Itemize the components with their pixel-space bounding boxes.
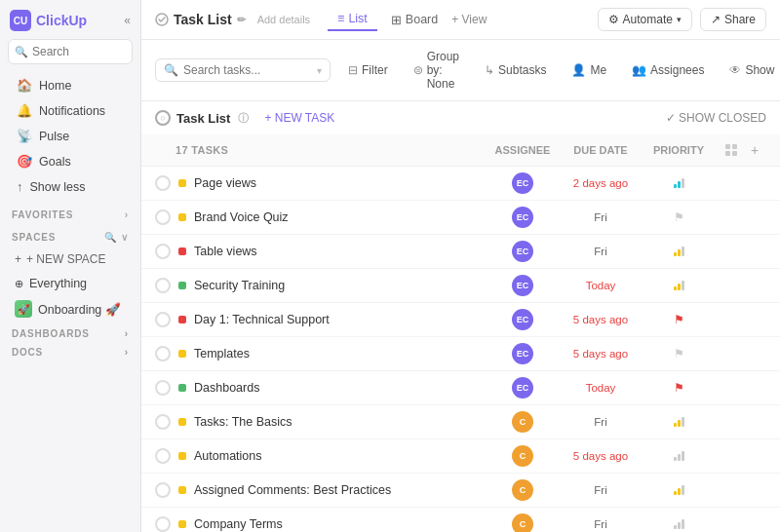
sidebar-item-notifications-label: Notifications (39, 104, 105, 118)
table-row[interactable]: Tasks: The Basics C Fri (141, 405, 780, 439)
board-tab-label: Board (406, 13, 438, 26)
sidebar-item-notifications[interactable]: 🔔 Notifications (5, 98, 136, 123)
task-priority-cell (640, 417, 718, 427)
task-checkbox[interactable] (155, 448, 171, 464)
task-rows-container: Page views EC 2 days ago Brand Voice Qui… (141, 167, 780, 532)
task-count-header: 17 TASKS (176, 144, 484, 156)
edit-title-icon[interactable]: ✏ (237, 14, 246, 26)
add-view-button[interactable]: + View (451, 13, 487, 26)
favorites-expand-icon[interactable]: › (125, 209, 129, 220)
subtasks-button[interactable]: ↳ Subtasks (477, 59, 554, 81)
table-row[interactable]: Company Terms C Fri (141, 508, 780, 532)
table-row[interactable]: Page views EC 2 days ago (141, 167, 780, 201)
task-name[interactable]: Brand Voice Quiz (194, 210, 484, 224)
task-list-info-icon: ⓘ (238, 111, 249, 126)
task-list-status-icon[interactable]: ○ (155, 110, 171, 126)
task-checkbox[interactable] (155, 278, 171, 293)
share-button[interactable]: ↗ Share (700, 8, 766, 31)
add-details-link[interactable]: Add details (257, 14, 310, 25)
board-tab-icon: ⊞ (391, 13, 402, 27)
task-priority-dot (178, 520, 186, 528)
me-icon: 👤 (571, 63, 586, 77)
sidebar-item-onboarding[interactable]: 🚀 Onboarding 🚀 (5, 296, 136, 322)
table-row[interactable]: Day 1: Technical Support EC 5 days ago ⚑ (141, 303, 780, 337)
task-checkbox[interactable] (155, 482, 171, 498)
search-dropdown-icon[interactable]: ▾ (317, 65, 322, 76)
dashboards-section-header[interactable]: DASHBOARDS › (0, 323, 140, 341)
new-task-label: + NEW TASK (264, 111, 334, 125)
task-due-date: Fri (562, 211, 640, 223)
table-row[interactable]: Table views EC Fri (141, 235, 780, 269)
task-name[interactable]: Table views (194, 245, 484, 258)
task-name[interactable]: Security Training (194, 279, 484, 292)
task-checkbox[interactable] (155, 312, 171, 327)
task-priority-dot (178, 282, 186, 289)
task-checkbox[interactable] (155, 244, 171, 259)
sidebar-item-everything[interactable]: ⊕ Everything (5, 273, 136, 294)
pulse-icon: 📡 (17, 129, 32, 143)
new-task-button[interactable]: + NEW TASK (258, 109, 340, 127)
task-list-title-text: Task List (176, 111, 230, 126)
priority-flag-icon: ⚑ (674, 347, 684, 361)
task-name[interactable]: Company Terms (194, 517, 484, 531)
spaces-label: SPACES (12, 232, 56, 243)
task-assignee-cell: C (484, 479, 562, 501)
table-column-headers: 17 TASKS ASSIGNEE DUE DATE PRIORITY + (141, 134, 780, 167)
show-button[interactable]: 👁 Show (722, 59, 780, 81)
task-checkbox[interactable] (155, 209, 171, 225)
avatar: C (512, 411, 533, 433)
sidebar-item-show-less-label: Show less (30, 180, 86, 194)
task-name[interactable]: Day 1: Technical Support (194, 313, 484, 326)
show-closed-button[interactable]: ✓ SHOW CLOSED (666, 111, 766, 125)
automate-button[interactable]: ⚙ Automate ▾ (598, 8, 692, 31)
table-row[interactable]: Brand Voice Quiz EC Fri ⚑ (141, 201, 780, 235)
docs-section-header[interactable]: DOCS › (0, 341, 140, 360)
assignees-button[interactable]: 👥 Assignees (624, 59, 712, 81)
task-name[interactable]: Templates (194, 347, 484, 361)
task-name[interactable]: Automations (194, 449, 484, 463)
task-checkbox[interactable] (155, 346, 171, 361)
task-name[interactable]: Tasks: The Basics (194, 415, 484, 429)
goals-icon: 🎯 (17, 154, 32, 169)
collapse-sidebar-button[interactable]: « (124, 14, 131, 27)
filter-button[interactable]: ⊟ Filter (340, 59, 396, 81)
svg-rect-1 (725, 144, 730, 149)
svg-rect-2 (732, 144, 737, 149)
sidebar-item-pulse[interactable]: 📡 Pulse (5, 124, 136, 148)
me-label: Me (590, 63, 606, 77)
table-row[interactable]: Assigned Comments: Best Practices C Fri (141, 474, 780, 508)
sidebar-item-goals[interactable]: 🎯 Goals (5, 149, 136, 173)
task-checkbox[interactable] (155, 414, 171, 430)
home-icon: 🏠 (17, 78, 32, 93)
show-closed-label: ✓ SHOW CLOSED (666, 111, 766, 125)
table-row[interactable]: Dashboards EC Today ⚑ (141, 371, 780, 405)
task-due-date: Today (562, 382, 640, 394)
tab-board[interactable]: ⊞ Board (381, 9, 448, 31)
sidebar-item-home[interactable]: 🏠 Home (5, 73, 136, 97)
task-search-input[interactable] (183, 63, 312, 77)
search-spaces-icon[interactable]: 🔍 (104, 232, 117, 243)
table-row[interactable]: Security Training EC Today (141, 269, 780, 303)
task-name[interactable]: Page views (194, 176, 484, 190)
search-icon: 🔍 (15, 46, 28, 58)
task-search-container: 🔍 ▾ (155, 58, 331, 82)
sidebar-item-show-less[interactable]: ↑ Show less (5, 174, 136, 199)
group-by-label: Group by: None (427, 50, 459, 91)
sidebar-item-home-label: Home (39, 79, 71, 93)
new-space-button[interactable]: + + NEW SPACE (5, 248, 136, 270)
group-by-button[interactable]: ⊜ Group by: None (406, 46, 467, 95)
task-name[interactable]: Dashboards (194, 381, 484, 395)
task-priority-dot (178, 486, 186, 494)
table-row[interactable]: Automations C 5 days ago (141, 439, 780, 474)
task-name[interactable]: Assigned Comments: Best Practices (194, 483, 484, 497)
table-row[interactable]: Templates EC 5 days ago ⚑ (141, 337, 780, 371)
task-checkbox[interactable] (155, 175, 171, 191)
tab-list[interactable]: ≡ List (328, 8, 377, 31)
task-checkbox[interactable] (155, 516, 171, 532)
task-checkbox[interactable] (155, 380, 171, 396)
me-button[interactable]: 👤 Me (564, 59, 614, 81)
spaces-collapse-icon[interactable]: ∨ (121, 232, 129, 243)
task-priority-cell: ⚑ (640, 210, 718, 224)
add-column-button[interactable]: + (743, 138, 766, 162)
task-priority-dot (178, 384, 186, 392)
